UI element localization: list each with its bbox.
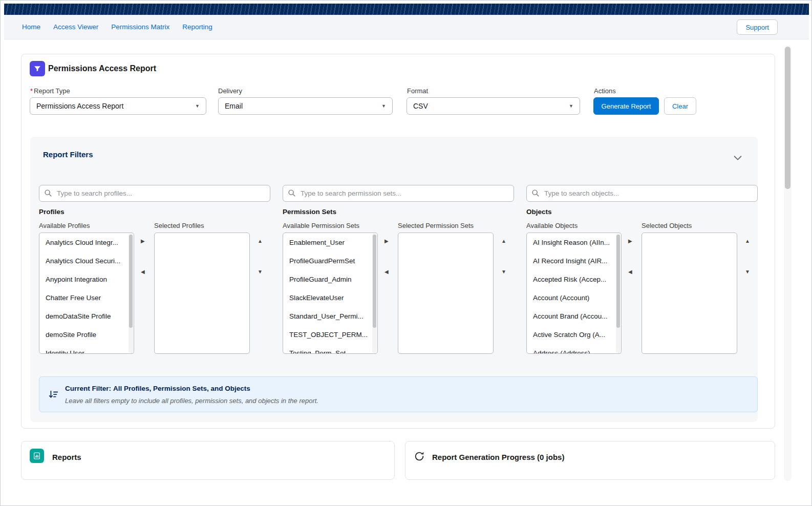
selected-listbox[interactable] (154, 233, 250, 354)
current-filter-banner: Current Filter:All Profiles, Permission … (39, 376, 758, 412)
report-progress-title: Report Generation Progress (0 jobs) (432, 453, 564, 461)
report-progress-card: Report Generation Progress (0 jobs) (405, 441, 775, 480)
chevron-down-icon: ▼ (381, 103, 386, 109)
available-listbox[interactable]: AI Insight Reason (AIIn...AI Record Insi… (526, 233, 622, 354)
group-label: Objects (526, 208, 552, 216)
list-item[interactable]: Standard_User_Permi... (283, 307, 377, 325)
objects-dual-listbox: Objects Available Objects Selected Objec… (526, 208, 754, 356)
required-asterisk: * (30, 87, 33, 95)
objects-search-input[interactable] (526, 185, 758, 202)
delivery-select[interactable]: Email ▼ (218, 97, 393, 115)
list-item[interactable]: Analytics Cloud Integr... (39, 233, 134, 251)
report-filters-section: Report Filters (30, 137, 758, 422)
nav-permissions-matrix[interactable]: Permissions Matrix (111, 23, 169, 31)
move-right-button[interactable]: ▶ (384, 239, 389, 244)
move-left-button[interactable]: ◀ (141, 269, 145, 275)
list-item[interactable]: ProfileGuardPermSet (283, 251, 377, 270)
list-item[interactable]: AI Insight Reason (AIIn... (527, 233, 621, 251)
reports-card: Reports (21, 441, 395, 480)
list-item[interactable]: Chatter Free User (39, 288, 134, 307)
available-label: Available Profiles (39, 222, 90, 229)
group-label: Permission Sets (283, 208, 336, 216)
list-item[interactable]: Analytics Cloud Securi... (39, 251, 134, 270)
current-filter-value: All Profiles, Permission Sets, and Objec… (113, 385, 250, 392)
listbox-scrollbar[interactable] (616, 234, 621, 353)
search-icon (531, 188, 540, 200)
permission-sets-search-input[interactable] (283, 185, 514, 202)
selected-listbox[interactable] (642, 233, 737, 354)
list-item[interactable]: demoDataSite Profile (39, 307, 134, 325)
group-label: Profiles (39, 208, 65, 216)
list-item[interactable]: Anypoint Integration (39, 270, 134, 288)
selected-label: Selected Objects (642, 222, 692, 229)
clear-button[interactable]: Clear (664, 97, 696, 115)
nav-reporting[interactable]: Reporting (182, 23, 212, 31)
refresh-icon[interactable] (414, 451, 425, 464)
scrollbar-thumb[interactable] (616, 235, 620, 328)
profiles-search (39, 185, 270, 202)
search-icon (287, 188, 296, 200)
list-item[interactable]: Enablement_User (283, 233, 377, 251)
move-right-button[interactable]: ▶ (141, 239, 145, 244)
search-icon (44, 188, 53, 200)
format-label: Format (407, 87, 428, 95)
current-filter-hint: Leave all filters empty to include all p… (65, 397, 318, 405)
reports-icon (30, 449, 44, 463)
permission-sets-dual-listbox: Permission Sets Available Permission Set… (283, 208, 510, 356)
list-item[interactable]: Account (Account) (527, 288, 621, 307)
move-down-button[interactable]: ▼ (745, 269, 750, 275)
nav-home[interactable]: Home (22, 23, 40, 31)
list-item[interactable]: demoSite Profile (39, 325, 134, 344)
move-up-button[interactable]: ▲ (745, 239, 750, 244)
available-listbox[interactable]: Analytics Cloud Integr...Analytics Cloud… (39, 233, 134, 354)
brand-header-strip (4, 4, 809, 15)
list-item[interactable]: ProfileGuard_Admin (283, 270, 377, 288)
selected-label: Selected Permission Sets (398, 222, 474, 229)
listbox-scrollbar[interactable] (129, 234, 133, 353)
support-button[interactable]: Support (737, 19, 778, 35)
nav-access-viewer[interactable]: Access Viewer (53, 23, 98, 31)
list-item[interactable]: TEST_OBJECT_PERM... (283, 325, 377, 344)
move-down-button[interactable]: ▼ (258, 269, 263, 275)
move-right-button[interactable]: ▶ (628, 239, 632, 244)
report-type-value: Permissions Access Report (36, 102, 191, 110)
list-item[interactable]: Address (Address) (527, 344, 621, 354)
page-scrollbar-thumb[interactable] (785, 47, 790, 189)
scrollbar-thumb[interactable] (373, 235, 376, 328)
scrollbar-thumb[interactable] (129, 235, 133, 328)
list-item[interactable]: Accepted Risk (Accep... (527, 270, 621, 288)
move-down-button[interactable]: ▼ (501, 269, 506, 275)
list-item[interactable]: AI Record Insight (AIR... (527, 251, 621, 270)
report-type-label: *Report Type (30, 87, 70, 95)
page-title: Permissions Access Report (48, 64, 156, 73)
chevron-down-icon: ▼ (195, 103, 200, 109)
list-item[interactable]: Identity User (39, 344, 134, 354)
move-up-button[interactable]: ▲ (501, 239, 506, 244)
permissions-report-card: Permissions Access Report *Report Type D… (21, 54, 775, 429)
available-listbox[interactable]: Enablement_UserProfileGuardPermSetProfil… (283, 233, 378, 354)
selected-listbox[interactable] (398, 233, 494, 354)
list-item[interactable]: SlackElevateUser (283, 288, 377, 307)
sort-filter-icon (48, 389, 59, 403)
format-value: CSV (413, 102, 565, 110)
profiles-search-input[interactable] (39, 185, 270, 202)
move-up-button[interactable]: ▲ (258, 239, 263, 244)
list-item[interactable]: Active Scratch Org (A... (527, 325, 621, 344)
generate-report-button[interactable]: Generate Report (593, 97, 659, 115)
list-item[interactable]: Testing_Perm_Set (283, 344, 377, 354)
collapse-chevron-icon[interactable] (732, 152, 743, 165)
reports-title: Reports (52, 453, 81, 461)
filters-title: Report Filters (43, 150, 93, 159)
app-window: Home Access Viewer Permissions Matrix Re… (0, 0, 812, 506)
report-type-select[interactable]: Permissions Access Report ▼ (30, 97, 206, 115)
page-scrollbar[interactable] (784, 46, 792, 481)
delivery-value: Email (225, 102, 377, 110)
delivery-label: Delivery (218, 87, 242, 95)
move-left-button[interactable]: ◀ (384, 269, 389, 275)
format-select[interactable]: CSV ▼ (407, 97, 580, 115)
listbox-scrollbar[interactable] (372, 234, 377, 353)
list-item[interactable]: Account Brand (Accou... (527, 307, 621, 325)
selected-label: Selected Profiles (154, 222, 204, 229)
move-left-button[interactable]: ◀ (628, 269, 632, 275)
funnel-icon (30, 61, 45, 76)
